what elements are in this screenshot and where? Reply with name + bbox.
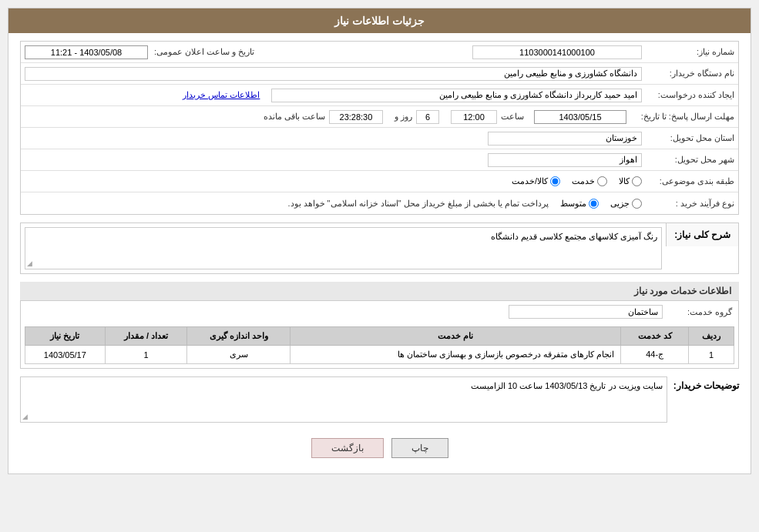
announce-input[interactable] (25, 45, 148, 59)
deadline-day-label: روز و (395, 112, 412, 122)
need-type-option-service[interactable]: خدمت (572, 176, 607, 186)
page-title: جزئیات اطلاعات نیاز (334, 15, 425, 27)
need-type-label: طبقه بندی موضوعی: (642, 176, 734, 186)
buyer-notes-box: سایت ویزیت در تاریخ 1403/05/13 ساعت 10 ا… (20, 376, 667, 423)
process-type-medium[interactable]: متوسط (560, 199, 599, 209)
need-number-label: شماره نیاز: (642, 47, 734, 57)
process-type-note: پرداخت تمام یا بخشی از مبلغ خریداز محل "… (25, 199, 549, 209)
announce-label: تاریخ و ساعت اعلان عمومی: (148, 47, 254, 57)
need-number-input[interactable] (472, 45, 642, 59)
deadline-remaining-input[interactable] (329, 110, 383, 124)
services-section-title: اطلاعات خدمات مورد نیاز (20, 282, 739, 301)
deadline-label: مهلت ارسال پاسخ: تا تاریخ: (626, 112, 734, 122)
table-row: 1 ج-44 انجام کارهای متفرقه درخصوص بازساز… (25, 346, 734, 364)
need-description-value: رنگ آمیزی کلاسهای مجتمع کلاسی قدیم دانشگ… (491, 232, 657, 241)
buyer-notes-value: سایت ویزیت در تاریخ 1403/05/13 ساعت 10 ا… (471, 381, 663, 390)
services-table: ردیف کد خدمت نام خدمت واحد اندازه گیری ت… (25, 326, 734, 364)
province-input[interactable] (488, 132, 642, 146)
creator-input[interactable] (271, 89, 642, 102)
cell-code: ج-44 (621, 346, 689, 364)
col-header-unit: واحد اندازه گیری (187, 327, 291, 346)
process-type-label: نوع فرآیند خرید : (642, 199, 734, 209)
col-header-code: کد خدمت (621, 327, 689, 346)
province-label: استان محل تحویل: (642, 133, 734, 143)
process-type-partial[interactable]: جزیی (610, 199, 642, 209)
col-header-qty: تعداد / مقدار (105, 327, 187, 346)
service-group-input[interactable] (509, 305, 663, 319)
page-header: جزئیات اطلاعات نیاز (8, 8, 751, 33)
deadline-remaining-label: ساعت باقی مانده (264, 112, 325, 122)
buyer-org-input[interactable] (25, 67, 642, 81)
cell-name: انجام کارهای متفرقه درخصوص بازسازی و بهس… (291, 346, 621, 364)
col-header-name: نام خدمت (291, 327, 621, 346)
city-input[interactable] (488, 153, 642, 167)
cell-qty: 1 (105, 346, 187, 364)
need-description-label: شرح کلی نیاز: (674, 229, 730, 240)
buyer-notes-label: توضیحات خریدار: (673, 380, 739, 391)
print-button[interactable]: چاپ (391, 438, 448, 458)
need-description-box: رنگ آمیزی کلاسهای مجتمع کلاسی قدیم دانشگ… (25, 227, 662, 269)
deadline-day-input[interactable] (416, 110, 439, 124)
back-button[interactable]: بازگشت (311, 438, 384, 458)
deadline-time-label: ساعت (501, 112, 524, 122)
city-label: شهر محل تحویل: (642, 155, 734, 165)
deadline-time-input[interactable] (451, 110, 497, 124)
cell-unit: سری (187, 346, 291, 364)
service-group-label: گروه خدمت: (670, 307, 732, 317)
col-header-date: تاریخ نیاز (25, 327, 106, 346)
cell-date: 1403/05/17 (25, 346, 106, 364)
action-buttons: چاپ بازگشت (20, 430, 739, 466)
creator-label: ایجاد کننده درخواست: (642, 90, 734, 100)
deadline-date-input[interactable] (534, 110, 626, 124)
buyer-org-label: نام دستگاه خریدار: (642, 69, 734, 79)
need-type-option-goods[interactable]: کالا (619, 176, 642, 186)
col-header-row: ردیف (689, 327, 734, 346)
cell-row: 1 (689, 346, 734, 364)
need-type-radio-group: کالا خدمت کالا/خدمت (512, 176, 642, 186)
need-type-option-both[interactable]: کالا/خدمت (512, 176, 560, 186)
buyer-contact-link[interactable]: اطلاعات تماس خریدار (183, 90, 260, 100)
